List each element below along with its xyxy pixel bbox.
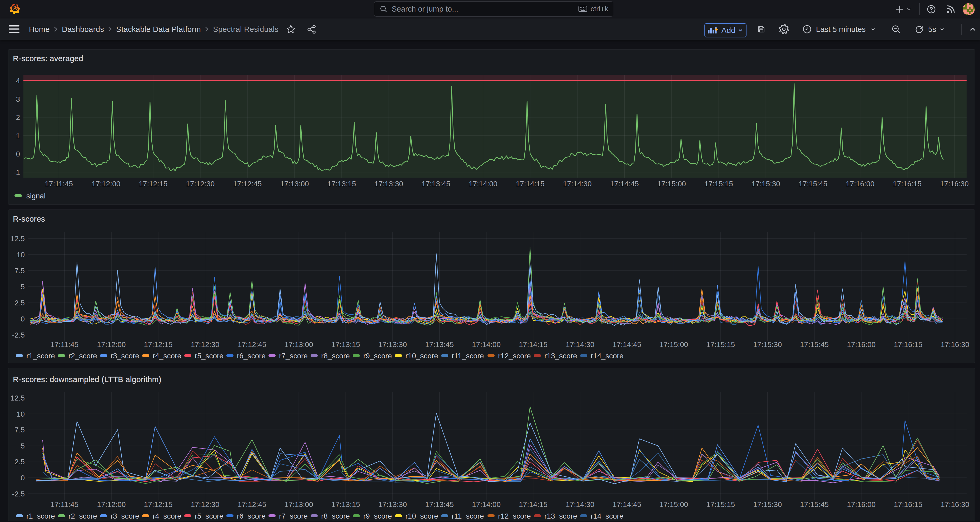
svg-text:r6_score: r6_score (237, 352, 266, 360)
svg-text:r7_score: r7_score (279, 352, 308, 360)
svg-text:17:15:15: 17:15:15 (706, 500, 735, 509)
svg-text:r3_score: r3_score (111, 352, 139, 360)
svg-text:17:13:00: 17:13:00 (285, 500, 313, 509)
svg-text:r14_score: r14_score (591, 512, 624, 520)
svg-text:17:14:00: 17:14:00 (469, 180, 498, 188)
svg-text:r2_score: r2_score (68, 352, 97, 360)
svg-text:10: 10 (17, 251, 25, 259)
svg-text:17:14:30: 17:14:30 (566, 500, 594, 509)
svg-text:0: 0 (21, 315, 25, 323)
svg-text:17:12:30: 17:12:30 (186, 180, 215, 188)
svg-text:12.5: 12.5 (11, 394, 25, 402)
svg-text:r11_score: r11_score (452, 512, 484, 520)
svg-text:17:14:30: 17:14:30 (563, 180, 592, 188)
svg-text:7.5: 7.5 (14, 426, 25, 434)
svg-text:17:14:45: 17:14:45 (612, 500, 641, 509)
svg-text:17:13:00: 17:13:00 (285, 340, 313, 349)
svg-text:17:11:45: 17:11:45 (51, 500, 79, 509)
svg-text:17:15:45: 17:15:45 (800, 500, 829, 509)
svg-text:17:16:15: 17:16:15 (894, 340, 922, 349)
svg-text:17:16:00: 17:16:00 (846, 180, 875, 188)
svg-text:17:16:00: 17:16:00 (847, 340, 875, 349)
svg-text:r12_score: r12_score (498, 352, 531, 360)
svg-text:17:13:30: 17:13:30 (375, 180, 403, 188)
svg-text:r1_score: r1_score (26, 352, 55, 360)
svg-text:17:12:45: 17:12:45 (238, 500, 266, 509)
svg-text:17:14:15: 17:14:15 (519, 340, 547, 349)
svg-text:1: 1 (16, 132, 20, 140)
svg-text:17:14:45: 17:14:45 (610, 180, 639, 188)
svg-text:r10_score: r10_score (406, 512, 438, 520)
svg-text:17:13:00: 17:13:00 (280, 180, 309, 188)
svg-text:12.5: 12.5 (11, 235, 25, 243)
svg-text:r11_score: r11_score (452, 352, 484, 360)
svg-text:r5_score: r5_score (195, 352, 223, 360)
svg-text:17:13:30: 17:13:30 (378, 500, 407, 509)
svg-text:17:12:45: 17:12:45 (238, 340, 266, 349)
svg-text:17:13:15: 17:13:15 (328, 180, 356, 188)
svg-text:r9_score: r9_score (363, 352, 392, 360)
svg-text:0: 0 (21, 474, 25, 482)
svg-text:17:12:30: 17:12:30 (191, 500, 220, 509)
svg-text:r1_score: r1_score (26, 512, 55, 520)
svg-text:2.5: 2.5 (14, 458, 25, 466)
svg-text:r12_score: r12_score (498, 512, 531, 520)
svg-text:17:15:45: 17:15:45 (799, 180, 827, 188)
svg-text:r7_score: r7_score (279, 512, 308, 520)
svg-text:r8_score: r8_score (321, 352, 350, 360)
svg-text:3: 3 (16, 95, 20, 103)
svg-text:7.5: 7.5 (14, 267, 25, 275)
svg-text:r6_score: r6_score (237, 512, 266, 520)
svg-text:17:14:30: 17:14:30 (566, 340, 594, 349)
svg-text:17:12:15: 17:12:15 (139, 180, 167, 188)
svg-text:17:15:30: 17:15:30 (751, 180, 780, 188)
svg-text:17:14:00: 17:14:00 (472, 340, 501, 349)
svg-text:17:12:00: 17:12:00 (92, 180, 120, 188)
svg-text:10: 10 (17, 410, 25, 418)
svg-text:4: 4 (16, 77, 20, 85)
svg-text:17:13:15: 17:13:15 (331, 500, 360, 509)
svg-text:17:13:45: 17:13:45 (422, 180, 450, 188)
svg-text:r14_score: r14_score (591, 352, 624, 360)
svg-text:17:12:00: 17:12:00 (97, 340, 126, 349)
svg-text:2.5: 2.5 (14, 299, 25, 307)
svg-text:17:16:15: 17:16:15 (893, 180, 921, 188)
svg-text:17:15:45: 17:15:45 (800, 340, 829, 349)
svg-text:2: 2 (16, 113, 20, 121)
svg-text:-2.5: -2.5 (12, 331, 25, 339)
svg-text:17:16:30: 17:16:30 (941, 340, 969, 349)
svg-text:17:15:00: 17:15:00 (657, 180, 686, 188)
svg-text:0: 0 (16, 150, 20, 158)
svg-text:17:15:00: 17:15:00 (659, 340, 688, 349)
svg-text:17:12:45: 17:12:45 (233, 180, 262, 188)
svg-text:17:16:15: 17:16:15 (894, 500, 922, 509)
svg-text:17:16:30: 17:16:30 (940, 180, 969, 188)
svg-text:17:14:45: 17:14:45 (612, 340, 641, 349)
svg-text:r13_score: r13_score (544, 352, 577, 360)
svg-text:5: 5 (21, 283, 25, 291)
svg-text:17:14:15: 17:14:15 (516, 180, 545, 188)
svg-text:17:14:15: 17:14:15 (519, 500, 547, 509)
svg-text:-1: -1 (13, 168, 20, 177)
svg-text:17:13:15: 17:13:15 (331, 340, 360, 349)
svg-text:17:12:30: 17:12:30 (191, 340, 220, 349)
svg-text:17:16:30: 17:16:30 (941, 500, 969, 509)
svg-text:r4_score: r4_score (153, 352, 181, 360)
svg-text:17:13:30: 17:13:30 (378, 340, 407, 349)
svg-text:17:12:15: 17:12:15 (144, 500, 173, 509)
svg-text:17:13:45: 17:13:45 (425, 500, 454, 509)
svg-text:17:15:15: 17:15:15 (705, 180, 733, 188)
svg-text:r10_score: r10_score (406, 352, 438, 360)
svg-text:17:15:15: 17:15:15 (706, 340, 735, 349)
svg-text:17:15:30: 17:15:30 (753, 340, 782, 349)
svg-text:17:12:15: 17:12:15 (144, 340, 173, 349)
svg-text:signal: signal (26, 192, 46, 200)
svg-text:17:16:00: 17:16:00 (847, 500, 875, 509)
svg-text:17:13:45: 17:13:45 (425, 340, 454, 349)
svg-text:r5_score: r5_score (195, 512, 223, 520)
svg-text:17:14:00: 17:14:00 (472, 500, 501, 509)
svg-text:5: 5 (21, 442, 25, 450)
svg-text:17:15:00: 17:15:00 (659, 500, 688, 509)
svg-text:r3_score: r3_score (111, 512, 139, 520)
svg-text:r13_score: r13_score (544, 512, 577, 520)
